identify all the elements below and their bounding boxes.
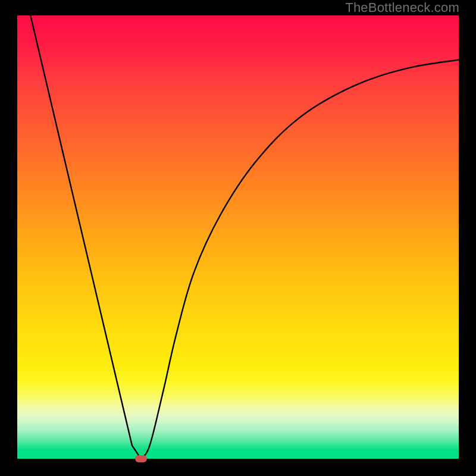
chart-plot-area bbox=[17, 15, 459, 459]
chart-min-marker bbox=[135, 455, 147, 462]
curve-path bbox=[30, 15, 459, 459]
chart-curve bbox=[17, 15, 459, 459]
watermark-text: TheBottleneck.com bbox=[345, 0, 459, 15]
